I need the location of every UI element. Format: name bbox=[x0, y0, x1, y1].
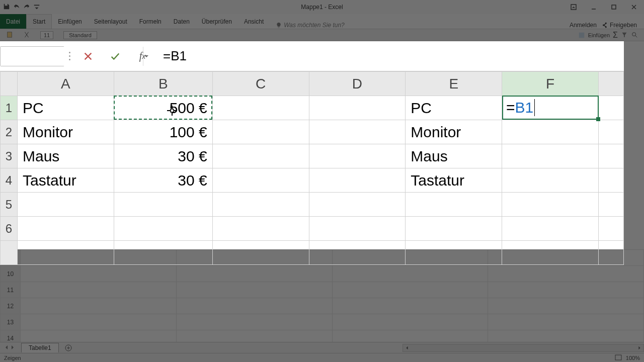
insert-function-button[interactable]: fx bbox=[129, 46, 156, 66]
cell-B3[interactable]: 30 € bbox=[114, 144, 212, 168]
cell-D3[interactable] bbox=[309, 144, 406, 168]
cell-E1[interactable]: PC bbox=[406, 96, 502, 120]
row-header-7[interactable] bbox=[1, 241, 18, 265]
scroll-right-icon[interactable] bbox=[635, 344, 643, 351]
col-header-B[interactable]: B bbox=[114, 72, 212, 96]
cell-A2[interactable]: Monitor bbox=[17, 120, 114, 144]
active-cell-edit[interactable]: =B1 bbox=[502, 96, 599, 120]
save-icon[interactable] bbox=[3, 3, 10, 12]
enter-button[interactable] bbox=[102, 46, 129, 66]
cell-G4[interactable] bbox=[598, 168, 623, 193]
add-sheet-button[interactable] bbox=[63, 342, 74, 353]
cell-F6[interactable] bbox=[502, 217, 599, 241]
cell-E3[interactable]: Maus bbox=[406, 144, 502, 168]
tab-review[interactable]: Überprüfen bbox=[196, 14, 238, 29]
cell-D5[interactable] bbox=[309, 193, 406, 217]
horizontal-scrollbar[interactable] bbox=[403, 344, 644, 352]
select-all-corner[interactable] bbox=[1, 72, 18, 96]
cell-D4[interactable] bbox=[309, 168, 406, 193]
cell-G6[interactable] bbox=[598, 217, 623, 241]
row-header-4[interactable]: 4 bbox=[1, 168, 18, 193]
row-header[interactable]: 12 bbox=[1, 298, 21, 314]
col-header-E[interactable]: E bbox=[406, 72, 502, 96]
cell-G2[interactable] bbox=[598, 120, 623, 144]
tab-file[interactable]: Datei bbox=[0, 14, 26, 29]
col-header-extra[interactable] bbox=[598, 72, 623, 96]
font-size-box[interactable]: 11 bbox=[40, 31, 53, 39]
col-header-D[interactable]: D bbox=[309, 72, 406, 96]
cell-F3[interactable] bbox=[502, 144, 599, 168]
autosum-icon[interactable]: Σ bbox=[613, 31, 618, 40]
cell-C1[interactable] bbox=[212, 96, 309, 120]
signin-link[interactable]: Anmelden bbox=[570, 22, 597, 29]
row-header-1[interactable]: 1 bbox=[1, 96, 18, 120]
cell-A3[interactable]: Maus bbox=[17, 144, 114, 168]
cell-G5[interactable] bbox=[598, 193, 623, 217]
cell-G3[interactable] bbox=[598, 144, 623, 168]
name-box[interactable] bbox=[0, 46, 64, 66]
tab-start[interactable]: Start bbox=[26, 14, 52, 29]
cell-C3[interactable] bbox=[212, 144, 309, 168]
cell-A5[interactable] bbox=[17, 193, 114, 217]
cell-C5[interactable] bbox=[212, 193, 309, 217]
qat-customize-icon[interactable] bbox=[33, 3, 40, 12]
sheet-nav-next-icon[interactable] bbox=[10, 344, 15, 351]
cell-E2[interactable]: Monitor bbox=[406, 120, 502, 144]
redo-icon[interactable] bbox=[23, 3, 30, 12]
number-format-box[interactable]: Standard bbox=[63, 31, 97, 39]
sheet-tab[interactable]: Tabelle1 bbox=[21, 343, 59, 352]
cell-B4[interactable]: 30 € bbox=[114, 168, 212, 193]
cell-G1[interactable] bbox=[598, 96, 623, 120]
cell-F5[interactable] bbox=[502, 193, 599, 217]
col-header-C[interactable]: C bbox=[212, 72, 309, 96]
cell-C6[interactable] bbox=[212, 217, 309, 241]
cell-F2[interactable] bbox=[502, 120, 599, 144]
tab-pagelayout[interactable]: Seitenlayout bbox=[88, 14, 133, 29]
minimize-icon[interactable] bbox=[584, 0, 604, 14]
cancel-button[interactable] bbox=[74, 46, 102, 66]
share-button[interactable]: Freigeben bbox=[602, 22, 637, 29]
tab-view[interactable]: Ansicht bbox=[238, 14, 270, 29]
find-icon[interactable] bbox=[631, 31, 638, 39]
cut-icon[interactable] bbox=[23, 31, 30, 39]
undo-icon[interactable] bbox=[13, 3, 20, 12]
row-header[interactable]: 13 bbox=[1, 314, 21, 330]
cell-D2[interactable] bbox=[309, 120, 406, 144]
cell-E5[interactable] bbox=[406, 193, 502, 217]
scroll-left-icon[interactable] bbox=[403, 344, 411, 351]
cell-B5[interactable] bbox=[114, 193, 212, 217]
close-icon[interactable] bbox=[624, 0, 644, 14]
view-normal-icon[interactable] bbox=[615, 354, 622, 361]
cell-D6[interactable] bbox=[309, 217, 406, 241]
tab-data[interactable]: Daten bbox=[168, 14, 196, 29]
row-header[interactable]: 10 bbox=[1, 266, 21, 282]
cell-E6[interactable] bbox=[406, 217, 502, 241]
sort-filter-icon[interactable] bbox=[621, 31, 628, 39]
cell-E4[interactable]: Tastatur bbox=[406, 168, 502, 193]
cell-C2[interactable] bbox=[212, 120, 309, 144]
row-header-6[interactable]: 6 bbox=[1, 217, 18, 241]
row-header-2[interactable]: 2 bbox=[1, 120, 18, 144]
paste-icon[interactable] bbox=[6, 31, 13, 39]
ribbon-display-icon[interactable] bbox=[564, 0, 584, 14]
cell-A1[interactable]: PC bbox=[17, 96, 114, 120]
formula-input[interactable] bbox=[156, 46, 620, 66]
tellme-search[interactable]: Was möchten Sie tun? bbox=[270, 22, 351, 29]
cell-B2[interactable]: 100 € bbox=[114, 120, 212, 144]
cell-D1[interactable] bbox=[309, 96, 406, 120]
cell-A4[interactable]: Tastatur bbox=[17, 168, 114, 193]
zoom-level[interactable]: 100% bbox=[626, 355, 640, 361]
col-header-F[interactable]: F bbox=[502, 72, 599, 96]
tab-insert[interactable]: Einfügen bbox=[52, 14, 88, 29]
cell-C4[interactable] bbox=[212, 168, 309, 193]
col-header-A[interactable]: A bbox=[17, 72, 114, 96]
cell-F4[interactable] bbox=[502, 168, 599, 193]
row-header-5[interactable]: 5 bbox=[1, 193, 18, 217]
cell-B6[interactable] bbox=[114, 217, 212, 241]
tab-formulas[interactable]: Formeln bbox=[133, 14, 168, 29]
row-header-3[interactable]: 3 bbox=[1, 144, 18, 168]
maximize-icon[interactable] bbox=[604, 0, 624, 14]
cell-B1[interactable]: 500 € bbox=[114, 96, 212, 120]
cell-A6[interactable] bbox=[17, 217, 114, 241]
insert-cells-icon[interactable] bbox=[578, 32, 585, 39]
